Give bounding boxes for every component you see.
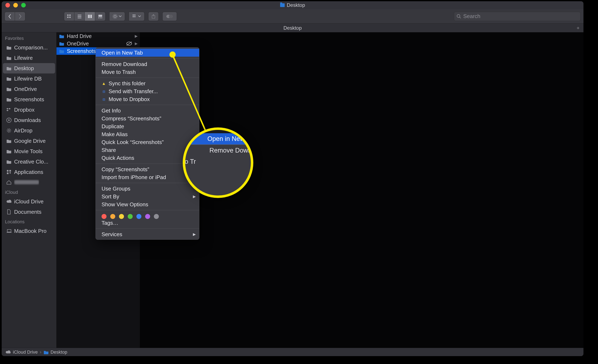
- sidebar-item[interactable]: AirDrop: [3, 125, 55, 136]
- breadcrumb-label: Desktop: [50, 349, 67, 355]
- sidebar-item-label: Applications: [14, 169, 43, 175]
- tag-color[interactable]: [119, 214, 124, 219]
- context-menu-item[interactable]: Compress “Screenshots”: [96, 114, 199, 122]
- arrange-menu-button[interactable]: [129, 12, 144, 21]
- chevron-right-icon: ▶: [193, 232, 196, 237]
- context-menu-item-label: Quick Actions: [101, 155, 134, 161]
- sidebar-item[interactable]: Comparison...: [3, 42, 55, 53]
- search-field[interactable]: Search: [454, 12, 581, 21]
- context-menu-item-label: Quick Look “Screenshots”: [101, 139, 164, 146]
- breadcrumb[interactable]: Desktop: [43, 349, 67, 355]
- sidebar-item[interactable]: Google Drive: [3, 136, 55, 146]
- context-menu-tags-label[interactable]: Tags…: [96, 219, 199, 227]
- context-menu-item[interactable]: Sort By▶: [96, 193, 199, 201]
- context-menu-item[interactable]: Remove Download: [96, 60, 199, 68]
- breadcrumb[interactable]: iCloud Drive: [5, 349, 38, 355]
- context-menu-item[interactable]: Show View Options: [96, 201, 199, 208]
- sidebar-item[interactable]: [3, 177, 55, 188]
- new-tab-button[interactable]: +: [574, 24, 582, 32]
- tag-color[interactable]: [154, 214, 159, 219]
- context-menu-item[interactable]: ▲Sync this folder: [96, 80, 199, 87]
- icon-view-button[interactable]: [64, 12, 74, 21]
- doc-icon: [6, 210, 12, 214]
- tags-button[interactable]: [162, 12, 177, 21]
- column-view-button[interactable]: [85, 12, 95, 21]
- context-menu-services[interactable]: Services▶: [96, 230, 199, 238]
- grid-icon: [67, 14, 71, 19]
- home-icon: [6, 180, 12, 185]
- cloud-off-icon: [126, 41, 132, 46]
- gallery-view-button[interactable]: [95, 12, 106, 21]
- share-icon: [151, 14, 156, 19]
- context-menu-item[interactable]: ⧈Send with Transfer...: [96, 87, 199, 95]
- back-button[interactable]: [5, 12, 15, 21]
- sidebar-item[interactable]: Movie Tools: [3, 146, 55, 156]
- svg-rect-16: [133, 15, 134, 16]
- context-menu-item-label: Get Info: [101, 107, 121, 114]
- tag-color[interactable]: [128, 214, 133, 219]
- svg-rect-8: [90, 15, 90, 18]
- context-menu-item[interactable]: Quick Look “Screenshots”: [96, 138, 199, 146]
- share-button[interactable]: [148, 12, 159, 21]
- tag-color[interactable]: [110, 214, 115, 219]
- sidebar: FavoritesComparison...LifewireDesktopLif…: [2, 32, 57, 348]
- folder-icon: [6, 56, 12, 60]
- context-menu-item[interactable]: Get Info: [96, 107, 199, 114]
- tag-color[interactable]: [101, 214, 107, 219]
- tag-color[interactable]: [145, 214, 150, 219]
- columns-icon: [88, 14, 92, 19]
- context-menu-item[interactable]: Open in New Tab: [96, 49, 199, 57]
- folder-icon: [6, 97, 12, 102]
- folder-icon: [6, 66, 12, 71]
- sidebar-item[interactable]: Downloads: [3, 115, 55, 125]
- column-row[interactable]: OneDrive▶: [57, 40, 140, 47]
- list-view-button[interactable]: [74, 12, 85, 21]
- sidebar-item[interactable]: Applications: [3, 167, 55, 177]
- sidebar-item[interactable]: iCloud Drive: [3, 196, 55, 207]
- active-tab-label[interactable]: Desktop: [283, 25, 302, 31]
- context-menu-item[interactable]: Share▶: [96, 146, 199, 154]
- context-menu-item[interactable]: Move to Trash: [96, 68, 199, 76]
- sidebar-item[interactable]: Desktop: [3, 63, 55, 73]
- chevron-right-icon: ▶: [193, 194, 196, 199]
- mag-row-3: to Tr: [183, 156, 253, 167]
- breadcrumb-label: iCloud Drive: [13, 349, 38, 355]
- context-menu-item-label: Import from iPhone or iPad: [101, 174, 166, 181]
- context-menu-item-label: Move to Dropbox: [108, 96, 150, 103]
- view-buttons: [64, 12, 106, 21]
- sidebar-item[interactable]: Screenshots: [3, 94, 55, 105]
- sidebar-item[interactable]: Dropbox: [3, 105, 55, 115]
- context-menu-tags: [96, 212, 199, 219]
- sidebar-item[interactable]: Lifewire DB: [3, 73, 55, 84]
- context-menu-item[interactable]: Make Alias: [96, 130, 199, 138]
- svg-rect-9: [91, 15, 92, 18]
- sidebar-item-label: Screenshots: [14, 96, 44, 103]
- sidebar-item-label: Lifewire: [14, 55, 33, 61]
- sidebar-item-label: Desktop: [14, 65, 34, 72]
- sidebar-item[interactable]: OneDrive: [3, 84, 55, 94]
- svg-rect-3: [69, 16, 71, 18]
- context-menu-separator: [96, 105, 199, 105]
- gallery-icon: [98, 14, 103, 19]
- column-row[interactable]: Hard Drive▶: [57, 32, 140, 40]
- sidebar-item[interactable]: Documents: [3, 207, 55, 217]
- svg-point-23: [457, 15, 460, 17]
- context-menu-separator: [96, 78, 199, 78]
- context-menu-item[interactable]: Import from iPhone or iPad▶: [96, 173, 199, 181]
- context-menu-item[interactable]: Duplicate: [96, 122, 199, 130]
- sidebar-item[interactable]: MacBook Pro: [3, 226, 55, 236]
- sidebar-item-label: Downloads: [14, 117, 41, 123]
- window-title-text: Desktop: [287, 2, 305, 8]
- context-menu-item[interactable]: Use Groups: [96, 185, 199, 193]
- tag-color[interactable]: [136, 214, 141, 219]
- svg-rect-12: [100, 17, 101, 18]
- forward-button[interactable]: [15, 12, 25, 21]
- sidebar-item[interactable]: Creative Clo...: [3, 156, 55, 167]
- sidebar-item[interactable]: Lifewire: [3, 53, 55, 63]
- action-group: [109, 12, 125, 21]
- svg-point-15: [113, 14, 117, 18]
- context-menu-item[interactable]: ⧈Move to Dropbox: [96, 95, 199, 103]
- folder-icon: [6, 76, 12, 81]
- action-menu-button[interactable]: [109, 12, 125, 21]
- context-menu-item-label: Sync this folder: [108, 80, 146, 87]
